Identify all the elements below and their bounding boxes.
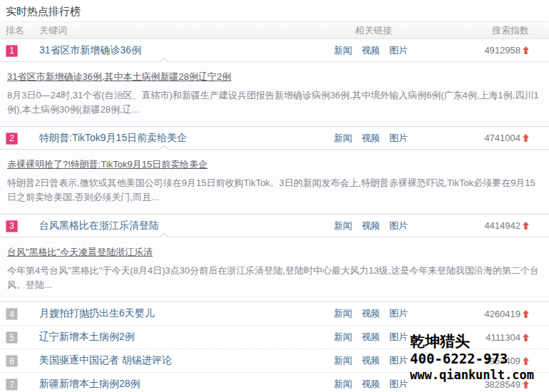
rank-badge: 5 [6, 331, 18, 344]
detail-body: 8月3日0—24时,31个省(自治区、直辖市)和新疆生产建设兵团报告新增确诊病例… [7, 88, 542, 117]
watermark: 乾坤猎头 400-6222-973 www.qiankunlt.com [410, 332, 534, 383]
header-keyword: 关键词 [39, 24, 327, 37]
rank-cell: 1 [0, 43, 39, 57]
search-index-cell: 4912958 [421, 45, 549, 56]
related-link-news[interactable]: 新闻 [334, 132, 352, 145]
related-link-image[interactable]: 图片 [389, 307, 408, 320]
related-link-video[interactable]: 视频 [361, 132, 380, 145]
related-links: 新闻 视频 图片 [327, 307, 421, 320]
related-link-news[interactable]: 新闻 [334, 331, 352, 344]
search-index-value: 4414942 [484, 220, 520, 231]
watermark-brand: 乾坤猎头 [410, 332, 534, 351]
search-index-value: 4260419 [484, 309, 520, 319]
search-index-cell: 4260419 [421, 309, 549, 319]
header-rank: 排名 [0, 24, 39, 37]
up-arrow-icon [523, 134, 529, 142]
table-row: 2 特朗普:TikTok9月15日前卖给美企 新闻 视频 图片 4741004 [0, 127, 549, 149]
related-link-image[interactable]: 图片 [389, 378, 408, 391]
related-link-image[interactable]: 图片 [389, 220, 408, 232]
rank-badge: 7 [6, 378, 18, 391]
rank-cell: 4 [0, 307, 39, 321]
related-link-video[interactable]: 视频 [361, 44, 380, 57]
related-link-video[interactable]: 视频 [361, 354, 380, 367]
keyword-link[interactable]: 新疆新增本土病例28例 [39, 378, 327, 391]
rank-cell: 5 [0, 331, 39, 344]
rank-badge: 6 [6, 355, 18, 367]
detail-panel: 台风"黑格比"今天凌晨登陆浙江乐清 今年第4号台风"黑格比"于今天(8月4日)3… [0, 237, 549, 302]
page-title: 实时热点排行榜 [0, 0, 549, 21]
rank-cell: 6 [0, 354, 39, 368]
keyword-link[interactable]: 美国驱逐中国记者 胡锡进评论 [39, 354, 327, 367]
watermark-url: www.qiankunlt.com [410, 367, 534, 383]
related-links: 新闻 视频 图片 [327, 354, 421, 367]
up-arrow-icon [523, 310, 529, 318]
detail-panel: 赤裸裸明抢了?!特朗普:TikTok9月15日前卖给美企 特朗普2日曾表示,微软… [0, 149, 549, 215]
header-search-index: 搜索指数 [421, 24, 549, 37]
search-index-value: 4741004 [484, 133, 520, 143]
watermark-phone: 400-6222-973 [410, 351, 534, 367]
detail-panel: 31省区市新增确诊36例,其中本土病例新疆28例辽宁2例 8月3日0—24时,3… [0, 61, 549, 127]
table-row: 3 台风黑格比在浙江乐清登陆 新闻 视频 图片 4414942 [0, 215, 549, 237]
related-link-image[interactable]: 图片 [389, 44, 408, 57]
header-related-links: 相关链接 [327, 24, 421, 37]
keyword-link[interactable]: 月嫂拍打抛扔出生6天婴儿 [39, 307, 327, 320]
up-arrow-icon [523, 46, 529, 54]
rank-badge: 1 [6, 45, 18, 57]
hot-search-ranking-panel: 实时热点排行榜 排名 关键词 相关链接 搜索指数 1 31省区市新增确诊36例 … [0, 0, 549, 392]
related-links: 新闻 视频 图片 [327, 378, 421, 391]
related-link-news[interactable]: 新闻 [334, 44, 352, 57]
related-link-image[interactable]: 图片 [389, 354, 408, 367]
rank-cell: 2 [0, 131, 39, 145]
related-link-news[interactable]: 新闻 [334, 378, 352, 391]
detail-title-link[interactable]: 赤裸裸明抢了?!特朗普:TikTok9月15日前卖给美企 [7, 158, 207, 171]
rank-badge: 3 [6, 220, 18, 232]
keyword-link[interactable]: 31省区市新增确诊36例 [39, 44, 327, 57]
related-links: 新闻 视频 图片 [327, 331, 421, 344]
detail-title-link[interactable]: 台风"黑格比"今天凌晨登陆浙江乐清 [7, 246, 153, 259]
keyword-link[interactable]: 特朗普:TikTok9月15日前卖给美企 [39, 132, 327, 145]
search-index-cell: 4741004 [421, 133, 549, 143]
keyword-link[interactable]: 台风黑格比在浙江乐清登陆 [39, 220, 327, 232]
related-links: 新闻 视频 图片 [327, 44, 421, 57]
related-link-news[interactable]: 新闻 [334, 220, 352, 232]
table-row: 1 31省区市新增确诊36例 新闻 视频 图片 4912958 [0, 39, 549, 61]
search-index-value: 4912958 [484, 45, 520, 56]
rank-cell: 3 [0, 219, 39, 232]
related-link-image[interactable]: 图片 [389, 132, 408, 145]
related-link-news[interactable]: 新闻 [334, 307, 352, 320]
related-links: 新闻 视频 图片 [327, 220, 421, 232]
related-links: 新闻 视频 图片 [327, 132, 421, 145]
keyword-link[interactable]: 辽宁新增本土病例2例 [39, 331, 327, 344]
table-row: 4 月嫂拍打抛扔出生6天婴儿 新闻 视频 图片 4260419 [0, 302, 549, 326]
detail-title-link[interactable]: 31省区市新增确诊36例,其中本土病例新疆28例辽宁2例 [7, 71, 231, 83]
related-link-video[interactable]: 视频 [361, 307, 380, 320]
related-link-news[interactable]: 新闻 [334, 354, 352, 367]
related-link-video[interactable]: 视频 [361, 378, 380, 391]
rank-badge: 4 [6, 308, 18, 320]
table-header: 排名 关键词 相关链接 搜索指数 [0, 21, 549, 39]
detail-body: 特朗普2日曾表示,微软或其他美国公司须在9月15日前收购TikTok。3日的新闻… [7, 176, 542, 205]
search-index-cell: 4414942 [421, 220, 549, 231]
detail-body: 今年第4号台风"黑格比"于今天(8月4日)3点30分前后在浙江乐清登陆,登陆时中… [7, 264, 542, 292]
related-link-image[interactable]: 图片 [389, 331, 408, 344]
related-link-video[interactable]: 视频 [361, 220, 380, 232]
rank-cell: 7 [0, 378, 39, 391]
rank-badge: 2 [6, 133, 18, 145]
up-arrow-icon [523, 222, 529, 229]
related-link-video[interactable]: 视频 [361, 331, 380, 344]
